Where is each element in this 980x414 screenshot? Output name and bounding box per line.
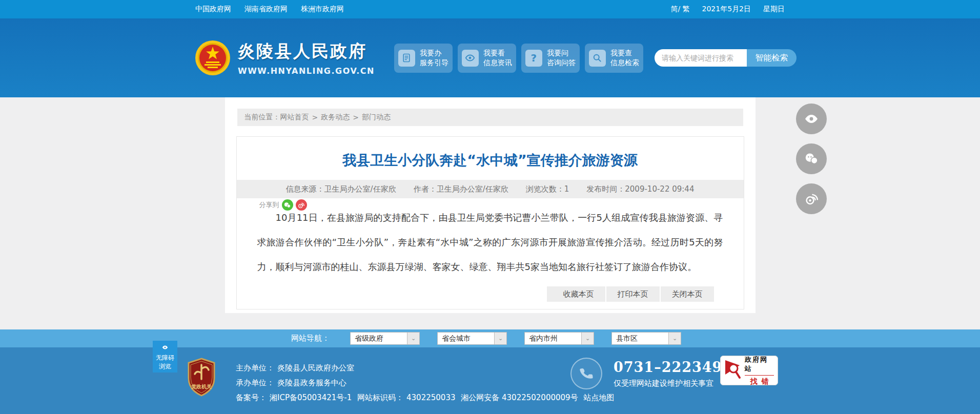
quick-button-search-info[interactable]: 我要查信息检索 [585, 44, 643, 73]
breadcrumb-separator: > [353, 113, 359, 121]
quick-button-sublabel: 信息检索 [610, 58, 639, 68]
select-provincial-gov[interactable]: 省级政府 ⌄ [350, 332, 420, 345]
current-date: 2021年5月2日 [702, 5, 751, 14]
select-value: 省内市州 [525, 334, 581, 343]
quick-button-sublabel: 信息资讯 [483, 58, 512, 68]
icp-number: 湘ICP备05003421号-1 [270, 393, 352, 402]
question-icon: ? [525, 50, 542, 67]
quick-button-sublabel: 咨询问答 [547, 58, 576, 68]
record-line: 备案号：湘ICP备05003421号-1 网站标识码：4302250033 湘公… [236, 390, 614, 405]
site-header: 炎陵县人民政府 WWW.HNYANLING.GOV.CN 我要办服务引导 我要看… [0, 18, 980, 97]
footer-nav-label: 网站导航： [291, 334, 330, 343]
article-title: 我县卫生小分队奔赴“水中城”宣传推介旅游资源 [237, 137, 744, 180]
quick-button-sublabel: 服务引导 [420, 58, 448, 68]
quick-button-news[interactable]: 我要看信息资讯 [458, 44, 516, 73]
quick-button-qa[interactable]: ? 我要问咨询问答 [521, 44, 580, 73]
accessibility-label: 浏览 [159, 363, 171, 370]
main-content: 当前位置： 网站首页 > 政务动态 > 部门动态 我县卫生小分队奔赴“水中城”宣… [0, 97, 980, 329]
footer: 无障碍 浏览 党政机关 主办单位：炎陵县人民政府办公室 承办单位：炎陵县政务服务… [0, 347, 980, 414]
breadcrumb-govt-news[interactable]: 政务动态 [321, 113, 350, 122]
wechat-icon[interactable] [796, 143, 827, 174]
breadcrumb-dept-news[interactable]: 部门动态 [362, 113, 391, 122]
phone-icon [570, 358, 602, 389]
topbar: 中国政府网 湖南省政府网 株洲市政府网 简/ 繁 2021年5月2日 星期日 [0, 0, 980, 18]
chevron-down-icon: ⌄ [668, 333, 681, 344]
sitemap-link[interactable]: 站点地图 [583, 393, 614, 402]
divider [745, 375, 774, 376]
select-value: 省级政府 [351, 334, 407, 343]
topbar-link-hunan-gov[interactable]: 湖南省政府网 [244, 5, 288, 14]
select-counties[interactable]: 县市区 ⌄ [611, 332, 681, 345]
topbar-gov-links: 中国政府网 湖南省政府网 株洲市政府网 [195, 5, 344, 14]
content-card: 当前位置： 网站首页 > 政务动态 > 部门动态 我县卫生小分队奔赴“水中城”宣… [225, 97, 756, 313]
footer-nav-bar: 网站导航： 省级政府 ⌄ 省会城市 ⌄ 省内市州 ⌄ 县市区 ⌄ [0, 329, 980, 347]
topbar-link-zhuzhou-gov[interactable]: 株洲市政府网 [301, 5, 344, 14]
bookmark-page-button[interactable]: 收藏本页 [552, 286, 605, 302]
select-value: 省会城市 [438, 334, 494, 343]
document-icon [398, 50, 415, 67]
share-label: 分享到 [259, 200, 279, 210]
party-gov-badge[interactable]: 党政机关 [187, 358, 216, 399]
breadcrumb-separator: > [312, 113, 318, 121]
error-badge-title: 政府网站 [745, 355, 774, 374]
quick-button-service-guide[interactable]: 我要办服务引导 [394, 44, 453, 73]
wechat-icon[interactable] [282, 199, 293, 211]
site-name: 炎陵县人民政府 [238, 40, 375, 63]
quick-button-label: 我要问 [547, 48, 576, 58]
article-meta-bar: 信息来源：卫生局办公室/任家欣 作者：卫生局办公室/任家欣 浏览次数：1 发布时… [237, 180, 744, 198]
site-code: 4302250033 [406, 393, 455, 402]
meta-author: 作者：卫生局办公室/任家欣 [414, 184, 508, 194]
search-box: 智能检索 [655, 49, 797, 67]
quick-button-label: 我要办 [420, 48, 448, 58]
meta-source: 信息来源：卫生局办公室/任家欣 [286, 184, 396, 194]
article: 我县卫生小分队奔赴“水中城”宣传推介旅游资源 信息来源：卫生局办公室/任家欣 作… [236, 136, 744, 309]
weibo-icon[interactable] [296, 199, 307, 211]
host-unit-line: 主办单位：炎陵县人民政府办公室 [236, 361, 614, 376]
breadcrumb-home[interactable]: 网站首页 [280, 113, 309, 122]
chevron-down-icon: ⌄ [407, 333, 419, 344]
breadcrumb: 当前位置： 网站首页 > 政务动态 > 部门动态 [237, 109, 743, 126]
eye-icon[interactable] [796, 104, 827, 134]
eye-icon [160, 343, 170, 353]
magnifier-icon [589, 50, 606, 67]
topbar-link-china-gov[interactable]: 中国政府网 [195, 5, 231, 14]
lang-toggle[interactable]: 简/ 繁 [670, 5, 689, 14]
national-emblem-icon[interactable] [195, 40, 231, 76]
select-value: 县市区 [612, 334, 668, 343]
meta-publish-time: 发布时间：2009-10-22 09:44 [586, 184, 694, 194]
magnifier-flag-icon [724, 358, 742, 383]
select-capital-cities[interactable]: 省会城市 ⌄ [437, 332, 507, 345]
site-url: WWW.HNYANLING.GOV.CN [238, 66, 375, 76]
print-page-button[interactable]: 打印本页 [605, 286, 660, 302]
close-page-button[interactable]: 关闭本页 [660, 286, 714, 302]
breadcrumb-label: 当前位置： [244, 113, 280, 122]
chevron-down-icon: ⌄ [581, 333, 594, 344]
accessibility-label: 无障碍 [156, 354, 174, 362]
security-record: 湘公网安备 43022502000009号 [461, 393, 578, 402]
weibo-icon[interactable] [796, 183, 827, 214]
organizer-unit-line: 承办单位：炎陵县政务服务中心 [236, 376, 614, 390]
meta-views: 浏览次数：1 [526, 184, 569, 194]
error-report-badge[interactable]: 政府网站 找错 [720, 356, 778, 385]
article-paragraph: 10月11日，在县旅游局的支持配合下，由县卫生局党委书记曹小兰带队，一行5人组成… [257, 205, 723, 279]
select-province-cities[interactable]: 省内市州 ⌄ [524, 332, 594, 345]
quick-button-label: 我要看 [483, 48, 512, 58]
search-input[interactable] [655, 49, 747, 67]
footer-info: 主办单位：炎陵县人民政府办公室 承办单位：炎陵县政务服务中心 备案号：湘ICP备… [236, 361, 614, 405]
party-badge-text: 党政机关 [191, 384, 212, 389]
site-identity[interactable]: 炎陵县人民政府 WWW.HNYANLING.GOV.CN [238, 40, 375, 76]
article-body: 分享到 10月11日，在县旅游局的支持配合下，由县卫生局党委书记曹小兰带队，一行… [237, 198, 744, 309]
chevron-down-icon: ⌄ [494, 333, 506, 344]
accessibility-button[interactable]: 无障碍 浏览 [153, 341, 177, 372]
article-actions: 收藏本页 打印本页 关闭本页 [257, 286, 723, 302]
smart-search-button[interactable]: 智能检索 [747, 49, 797, 67]
share-widget: 分享到 [259, 199, 307, 211]
eye-icon [462, 50, 479, 67]
quick-button-label: 我要查 [610, 48, 639, 58]
quick-service-buttons: 我要办服务引导 我要看信息资讯 ? 我要问咨询问答 我要查信息检索 [394, 44, 643, 73]
error-badge-subtitle: 找错 [746, 377, 773, 386]
side-toolbar [796, 104, 827, 214]
contact-phone-area: 0731–22234995 仅受理网站建设维护相关事宜 [570, 358, 743, 389]
current-weekday: 星期日 [763, 5, 785, 14]
